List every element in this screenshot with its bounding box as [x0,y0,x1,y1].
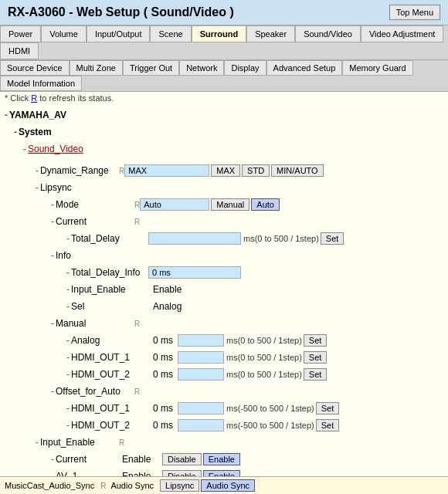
mode-input[interactable] [140,198,209,211]
mode-row: - Mode R Manual Auto [51,197,443,212]
top-menu-button[interactable]: Top Menu [389,5,440,20]
sel-label: Sel [71,301,148,312]
tab-display[interactable]: Display [224,60,266,76]
manual-hdmi-out1-value: 0 ms [153,352,173,363]
offset-hdmi-out2-input[interactable] [178,419,224,431]
manual-hdmi-out2-row: - HDMI_OUT_2 0 ms ms(0 to 500 / 1step) S… [66,367,443,382]
offset-hdmi-out2-set-btn[interactable]: Set [316,419,340,431]
analog-row: - Analog 0 ms ms(0 to 500 / 1step) Set [66,333,443,348]
nav-bar-1: Power Volume Input/Output Scene Surround… [0,25,448,60]
input-enable-section-row: - Input_Enable R [36,435,443,450]
refresh-link[interactable]: R [31,93,37,103]
tab-trigger-out[interactable]: Trigger Out [123,60,179,76]
total-delay-info-label: Total_Delay_Info [71,267,148,278]
manual-marker: R [134,320,140,328]
offset-hdmi-out1-row: - HDMI_OUT_1 0 ms ms(-500 to 500 / 1step… [66,401,443,416]
analog-label: Analog [71,335,148,346]
manual-hdmi-out1-unit: ms(0 to 500 / 1step) [226,353,302,362]
offset-hdmi-out2-label: HDMI_OUT_2 [71,420,148,431]
tab-network[interactable]: Network [179,60,224,76]
bottom-audio-sync-btn[interactable]: Audio Sync [201,479,255,492]
info-row: - Info [51,248,443,263]
tab-hdmi[interactable]: HDMI [0,42,39,59]
input-enable-disable-btn[interactable]: Disable [162,453,202,465]
tab-model-information[interactable]: Model Information [0,76,82,91]
total-delay-unit: ms(0 to 500 / 1step) [243,234,319,243]
dynamic-range-std-btn[interactable]: STD [242,164,270,177]
tab-scene[interactable]: Scene [150,25,191,42]
analog-input[interactable] [178,334,224,347]
dynamic-range-minauto-btn[interactable]: MIN/AUTO [271,164,324,177]
manual-hdmi-out1-set-btn[interactable]: Set [304,351,328,364]
offset-hdmi-out1-value: 0 ms [153,403,173,414]
manual-hdmi-out2-input[interactable] [178,368,224,381]
current-row: - Current R [51,214,443,229]
offset-hdmi-out1-input[interactable] [178,402,224,414]
dynamic-range-max-btn[interactable]: MAX [211,164,240,177]
total-delay-info-row: - Total_Delay_Info [66,265,443,280]
dynamic-range-label: Dynamic_Range [40,165,117,176]
info-label: Info [56,250,133,261]
tab-memory-guard[interactable]: Memory Guard [342,60,412,76]
tab-advanced-setup[interactable]: Advanced Setup [266,60,343,76]
analog-set-btn[interactable]: Set [304,334,328,347]
current-label: Current [56,216,133,227]
page-title: RX-A3060 - Web Setup ( Sound/Video ) [8,5,234,19]
sel-value: Analog [153,301,182,312]
offset-hdmi-out1-set-btn[interactable]: Set [316,402,340,414]
lipsync-input-enable-value: Enable [153,284,182,295]
tree-nav: - YAMAHA_AV - System - Sound_Video [0,104,448,161]
manual-label: Manual [56,318,133,329]
tab-multi-zone[interactable]: Multi Zone [70,60,123,76]
analog-unit: ms(0 to 500 / 1step) [226,336,302,345]
tab-volume[interactable]: Volume [41,25,87,42]
manual-hdmi-out2-set-btn[interactable]: Set [304,368,328,381]
offset-hdmi-out2-row: - HDMI_OUT_2 0 ms ms(-500 to 500 / 1step… [66,418,443,433]
manual-hdmi-out2-value: 0 ms [153,369,173,380]
tab-source-device[interactable]: Source Device [0,60,70,76]
tab-sound-video[interactable]: Sound/Video [295,25,361,42]
status-text: * Click [5,93,31,103]
input-enable-item-row: - Current Enable Disable Enable [51,452,443,467]
dynamic-range-input[interactable] [124,164,209,177]
input-enable-section-label: Input_Enable [40,437,117,448]
tab-speaker[interactable]: Speaker [246,25,295,42]
tab-power[interactable]: Power [0,25,41,42]
manual-hdmi-out2-label: HDMI_OUT_2 [71,369,148,380]
manual-hdmi-out1-row: - HDMI_OUT_1 0 ms ms(0 to 500 / 1step) S… [66,350,443,365]
offset-hdmi-out1-unit: ms(-500 to 500 / 1step) [226,404,314,413]
mode-marker: R [134,201,140,209]
dash-system: - [14,127,17,137]
dynamic-range-marker: R [119,167,124,175]
nav-bar-2: Source Device Multi Zone Trigger Out Net… [0,60,448,92]
tab-surround[interactable]: Surround [192,25,247,42]
total-delay-info-input [148,266,241,279]
dash-sound-video: - [23,144,26,154]
tab-video-adjustment[interactable]: Video Adjustment [361,25,443,42]
music-cast-marker: R [100,482,106,490]
total-delay-row: - Total_Delay ms(0 to 500 / 1step) Set [66,231,443,246]
header: RX-A3060 - Web Setup ( Sound/Video ) Top… [0,0,448,25]
dash-root: - [5,110,8,120]
lipsync-input-enable-label: Input_Enable [71,284,148,295]
total-delay-input[interactable] [148,232,241,245]
sel-row: - Sel Analog [66,299,443,314]
input-enable-item-label: Current [56,454,117,465]
offset-for-auto-row: - Offset_for_Auto R [51,384,443,399]
total-delay-set-btn[interactable]: Set [321,232,344,245]
status-suffix: to refresh its status. [39,93,114,103]
manual-hdmi-out1-label: HDMI_OUT_1 [71,352,148,363]
tree-sound-video-link[interactable]: Sound_Video [28,144,83,154]
music-cast-value: Audio Sync [110,481,154,490]
mode-auto-btn[interactable]: Auto [251,198,280,211]
input-enable-enable-btn[interactable]: Enable [203,453,240,465]
lipsync-input-enable-row: - Input_Enable Enable [66,282,443,297]
manual-hdmi-out1-input[interactable] [178,351,224,364]
total-delay-label: Total_Delay [71,233,148,244]
tab-input-output[interactable]: Input/Output [87,25,151,42]
mode-manual-btn[interactable]: Manual [211,198,249,211]
bottom-lipsync-btn[interactable]: Lipsync [160,479,199,492]
dynamic-range-row: - Dynamic_Range R MAX STD MIN/AUTO [36,163,443,178]
status-bar: * Click R to refresh its status. [0,92,448,104]
music-cast-label: MusicCast_Audio_Sync [5,481,94,490]
